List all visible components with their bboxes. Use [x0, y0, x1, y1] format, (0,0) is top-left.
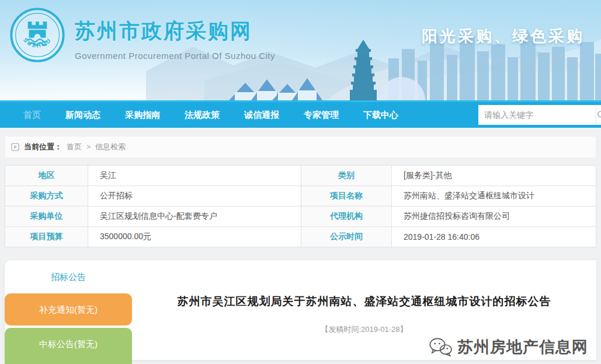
- wechat-icon: [428, 337, 453, 358]
- nav-item-news[interactable]: 新闻动态: [65, 110, 100, 121]
- field-label: 地区: [5, 166, 88, 186]
- banner-slogan: 阳光采购、绿色采购: [422, 26, 585, 47]
- field-label: 采购方式: [5, 186, 88, 206]
- site-subtitle: Government Procurement Portal Of Suzhou …: [75, 51, 275, 61]
- field-value: 吴江区规划信息中心-配套费专户: [88, 206, 301, 227]
- tab-bid-announcement[interactable]: 招标公告: [5, 260, 132, 293]
- nav-item-download-center[interactable]: 下载中心: [363, 110, 398, 121]
- location-icon: [11, 143, 19, 151]
- search-icon: [596, 110, 601, 120]
- field-value: 苏州南站、盛泽站交通枢纽城市设计: [392, 186, 596, 206]
- field-value: 3500000.00元: [88, 227, 301, 247]
- field-label: 代理机构: [301, 206, 392, 227]
- announcement-tabs: 招标公告 补充通知(暂无) 中标公告(暂无): [5, 260, 132, 364]
- breadcrumb: 当前位置： 首页 > 信息检索: [5, 136, 596, 158]
- publish-time: 【发稿时间:2019-01-28】: [132, 324, 596, 335]
- announcement-panel: 招标公告 补充通知(暂无) 中标公告(暂无) 苏州市吴江区规划局关于苏州南站、盛…: [5, 260, 596, 360]
- search-box: [478, 105, 599, 125]
- table-row: 采购单位 吴江区规划信息中心-配套费专户 代理机构 苏州捷信招投标咨询有限公司: [5, 206, 596, 227]
- table-row: 地区 吴江 类别 [服务类]-其他: [5, 166, 596, 186]
- nav-item-expert-management[interactable]: 专家管理: [304, 110, 339, 121]
- nav-item-integrity-report[interactable]: 诚信通报: [244, 110, 279, 121]
- watermark-text: 苏州房地产信息网: [457, 337, 588, 358]
- table-row: 项目预算 3500000.00元 公示时间 2019-01-28 16:40:0…: [5, 227, 596, 247]
- main-nav: 首页 新闻动态 采购指南 法规政策 诚信通报 专家管理 下载中心: [0, 102, 601, 128]
- tab-award-announcement[interactable]: 中标公告(暂无): [5, 328, 132, 364]
- field-label: 采购单位: [5, 206, 88, 227]
- project-info-table: 地区 吴江 类别 [服务类]-其他 采购方式 公开招标 项目名称 苏州南站、盛泽…: [5, 165, 596, 247]
- announcement-content: 苏州市吴江区规划局关于苏州南站、盛泽站交通枢纽城市设计的招标公告 【发稿时间:2…: [132, 260, 596, 360]
- nav-item-home[interactable]: 首页: [23, 110, 41, 121]
- field-label: 公示时间: [301, 227, 392, 247]
- field-label: 项目名称: [301, 186, 392, 206]
- nav-item-regulations[interactable]: 法规政策: [185, 110, 220, 121]
- breadcrumb-label: 当前位置：: [24, 142, 62, 152]
- site-banner: SUZHOU 苏州市政府采购网 Government Procurement P…: [0, 0, 601, 102]
- field-value: 公开招标: [88, 186, 301, 206]
- field-value: [服务类]-其他: [392, 166, 596, 186]
- site-title: 苏州市政府采购网: [75, 18, 275, 45]
- announcement-title: 苏州市吴江区规划局关于苏州南站、盛泽站交通枢纽城市设计的招标公告: [132, 294, 596, 309]
- tab-supplementary-notice[interactable]: 补充通知(暂无): [5, 293, 132, 326]
- search-button[interactable]: [596, 105, 601, 125]
- field-value: 苏州捷信招投标咨询有限公司: [392, 206, 596, 227]
- breadcrumb-current-link[interactable]: 信息检索: [95, 142, 126, 152]
- breadcrumb-separator: >: [86, 143, 91, 151]
- search-input[interactable]: [478, 105, 596, 125]
- field-label: 项目预算: [5, 227, 88, 247]
- site-identity: 苏州市政府采购网 Government Procurement Portal O…: [75, 18, 275, 61]
- field-value: 吴江: [88, 166, 301, 186]
- suzhou-logo[interactable]: SUZHOU: [9, 7, 65, 63]
- watermark: 苏州房地产信息网: [428, 337, 588, 358]
- breadcrumb-home-link[interactable]: 首页: [67, 142, 82, 152]
- nav-item-procurement-guide[interactable]: 采购指南: [125, 110, 160, 121]
- field-label: 类别: [301, 166, 392, 186]
- field-value: 2019-01-28 16:40:06: [392, 227, 596, 247]
- table-row: 采购方式 公开招标 项目名称 苏州南站、盛泽站交通枢纽城市设计: [5, 186, 596, 206]
